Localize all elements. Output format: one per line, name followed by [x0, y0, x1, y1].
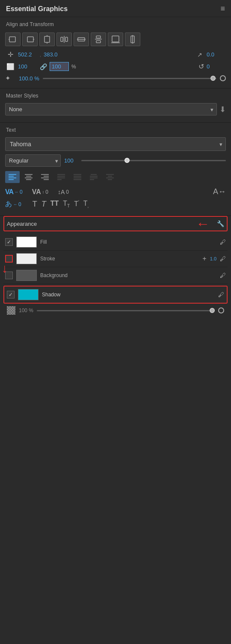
text-align-center-button[interactable] — [21, 171, 36, 183]
stroke-checkbox-area: ↓ — [5, 255, 13, 263]
text-align-left-button[interactable] — [5, 171, 20, 183]
stroke-plus-icon[interactable]: + — [202, 255, 206, 263]
stroke-eyedropper-icon[interactable]: 🖋 — [220, 255, 226, 262]
font-style-dropdown[interactable]: Regular — [5, 154, 61, 167]
svg-rect-12 — [96, 36, 101, 38]
appearance-section: Appearance ← 🔧 Fill 🖋 ↓ Stroke + 1.0 🖋 B… — [0, 216, 231, 322]
bottom-opacity-value[interactable]: 100 % — [19, 307, 33, 313]
font-style-row: Regular 100 — [3, 153, 228, 168]
font-family-dropdown[interactable]: Tahoma — [5, 137, 226, 151]
tracking-icon: VA — [5, 188, 13, 196]
x-position-value[interactable]: 502.2 — [18, 51, 37, 58]
text-super-button[interactable]: T' — [74, 200, 79, 209]
text-section: Text Tahoma Regular 100 — [0, 123, 231, 216]
text-align-row — [3, 168, 228, 186]
text-smallcap-button[interactable]: TT — [63, 200, 70, 209]
font-size-slider[interactable] — [81, 160, 226, 161]
text-align-justify3-button[interactable] — [86, 171, 101, 183]
scale-row: ⬜ 100 🔗 100 % ↺ 0 — [3, 60, 228, 73]
scale-y-value[interactable]: 100 — [50, 62, 69, 71]
hamburger-menu-icon[interactable]: ≡ — [220, 4, 225, 13]
master-styles-label: Master Styles — [0, 89, 231, 101]
kerning-slash: ↕ — [42, 190, 44, 194]
text-align-justify4-button[interactable] — [103, 171, 117, 183]
appearance-header: Appearance ← 🔧 — [3, 216, 228, 231]
text-align-right-button[interactable] — [38, 171, 52, 183]
master-styles-dropdown[interactable]: None — [5, 103, 217, 115]
scale-icon: ⬜ — [5, 63, 15, 71]
text-italic-button[interactable]: T — [41, 200, 46, 209]
position-row: ✛ 502.2 , 383.0 ↗ 0.0 — [3, 49, 228, 60]
shadow-label: Shadow — [42, 292, 215, 298]
shadow-eyedropper-icon[interactable]: 🖋 — [218, 291, 224, 298]
baseline-icon: ↕A — [58, 189, 65, 195]
align-bottom-button[interactable] — [108, 32, 123, 46]
bottom-opacity-thumb[interactable] — [210, 308, 215, 313]
font-size-slider-thumb[interactable] — [124, 158, 130, 163]
tracking-value[interactable]: 0 — [20, 189, 23, 195]
svg-rect-5 — [44, 36, 50, 42]
font-style-select[interactable]: Regular — [5, 154, 61, 167]
text-style-buttons: T T TT TT T' T, — [33, 200, 89, 209]
scale-x-value[interactable]: 100 — [18, 63, 37, 70]
download-icon[interactable]: ⬇ — [219, 105, 226, 114]
background-eyedropper-icon[interactable]: 🖋 — [220, 272, 226, 279]
svg-rect-0 — [9, 37, 15, 42]
wrench-icon[interactable]: 🔧 — [217, 220, 224, 227]
align-top-button[interactable] — [39, 32, 55, 46]
text-bold-button[interactable]: TT — [50, 200, 59, 209]
svg-rect-8 — [65, 37, 68, 41]
y-position-value[interactable]: 383.0 — [44, 51, 63, 58]
move-icon: ✛ — [5, 50, 15, 59]
align-right-button[interactable] — [22, 32, 38, 46]
stroke-color-swatch[interactable] — [16, 253, 37, 264]
align-center-v-button[interactable] — [74, 32, 89, 46]
opacity-checkerboard-icon — [7, 306, 15, 315]
bottom-opacity-slider[interactable] — [37, 310, 215, 311]
kerning-value[interactable]: 0 — [45, 189, 48, 195]
stroke-checkbox[interactable] — [5, 255, 13, 263]
master-styles-section: Master Styles None ⬇ — [0, 89, 231, 123]
text-align-justify-button[interactable] — [54, 171, 68, 183]
distribute-vert-button[interactable] — [91, 32, 106, 46]
bottom-opacity-row: 100 % — [3, 304, 228, 317]
align-transform-section: Align and Transform — [0, 17, 231, 89]
tracking-arrow: ↔ — [15, 190, 18, 194]
fill-checkbox[interactable] — [5, 238, 13, 246]
font-size-value[interactable]: 100 — [64, 157, 78, 164]
align-left-button[interactable] — [5, 32, 21, 46]
tsuku-value[interactable]: 0 — [18, 201, 21, 207]
rotate-value[interactable]: 0.0 — [207, 51, 226, 58]
link-icon[interactable]: 🔗 — [40, 63, 47, 70]
svg-rect-2 — [27, 37, 33, 42]
background-label: Background — [40, 272, 216, 278]
baseline-value[interactable]: 0 — [66, 189, 69, 195]
shadow-color-swatch[interactable] — [18, 289, 38, 300]
text-sub-button[interactable]: T, — [83, 200, 89, 209]
master-styles-select[interactable]: None — [5, 103, 217, 115]
panel-title: Essential Graphics — [6, 5, 68, 13]
font-family-select[interactable]: Tahoma — [5, 137, 226, 151]
opacity-value[interactable]: 100.0 % — [19, 75, 39, 82]
tracking-item: VA ↔ 0 — [5, 188, 23, 196]
master-styles-dropdown-row: None ⬇ — [3, 101, 228, 117]
align-center-h-button[interactable] — [125, 32, 140, 46]
shadow-checkbox[interactable] — [7, 291, 15, 298]
fill-eyedropper-icon[interactable]: 🖋 — [220, 239, 226, 245]
typography-row-2: あ ↔ 0 T T TT TT T' T, — [3, 198, 228, 210]
background-color-swatch[interactable] — [16, 270, 37, 281]
kerning-item: VA ↕ 0 — [32, 188, 48, 196]
tsuku-sub: ↔ — [13, 202, 17, 207]
opacity-slider-thumb[interactable] — [210, 76, 216, 81]
opacity-slider[interactable] — [43, 78, 216, 79]
reset-icon[interactable]: ↺ — [198, 62, 204, 71]
background-checkbox[interactable] — [5, 272, 13, 279]
fill-color-swatch[interactable] — [16, 236, 37, 248]
baseline-item: ↕A 0 — [58, 189, 69, 195]
font-size-row: 100 — [64, 157, 226, 164]
distribute-horiz-button[interactable] — [56, 32, 72, 46]
text-normal-button[interactable]: T — [33, 200, 37, 209]
text-align-justify2-button[interactable] — [70, 171, 85, 183]
opacity-end-circle — [220, 75, 226, 81]
reset-value[interactable]: 0 — [207, 63, 226, 70]
